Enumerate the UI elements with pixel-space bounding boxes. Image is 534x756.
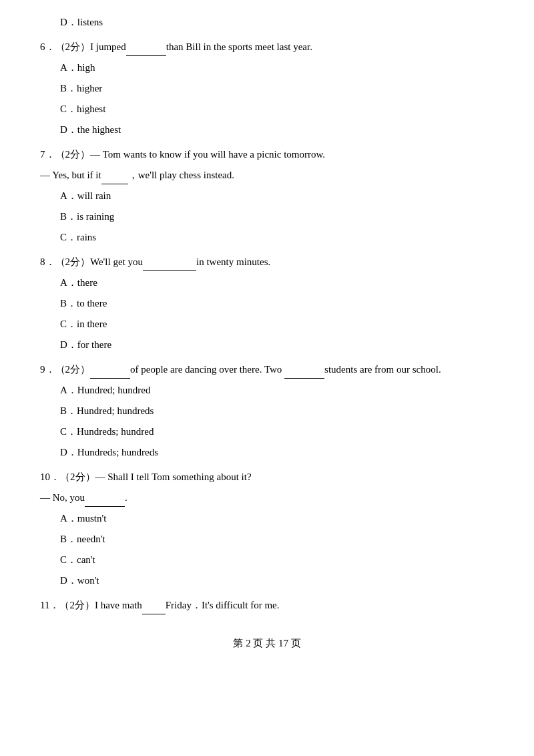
q9-option-b: B．Hundred; hundreds: [60, 402, 494, 420]
q8-stem: 8．（2分）We'll get youin twenty minutes.: [40, 253, 494, 271]
q7-blank: [101, 184, 128, 184]
question-7: 7．（2分）— Tom wants to know if you will ha…: [40, 146, 494, 246]
q9-blank2: [284, 378, 324, 379]
q11-post: Friday．It's difficult for me.: [166, 600, 280, 610]
q7-option-c: C．rains: [60, 228, 494, 246]
q11-stem: 11．（2分）I have mathFriday．It's difficult …: [40, 596, 494, 614]
q7-option-b: B．is raining: [60, 208, 494, 226]
q10-line1: 10．（2分）— Shall I tell Tom something abou…: [40, 468, 494, 486]
q8-option-b: B．to there: [60, 295, 494, 313]
question-8: 8．（2分）We'll get youin twenty minutes. A．…: [40, 253, 494, 354]
q7-option-a: A．will rain: [60, 187, 494, 205]
q9-mid: of people are dancing over there. Two: [130, 364, 282, 375]
q10-blank: [85, 506, 125, 507]
q6-option-a: A．high: [60, 59, 494, 77]
q8-blank: [143, 270, 196, 271]
question-9: 9．（2分）of people are dancing over there. …: [40, 361, 494, 461]
q10-post: .: [125, 492, 127, 503]
q10-option-d: D．won't: [60, 572, 494, 590]
q6-option-b: B．higher: [60, 79, 494, 98]
q9-option-a: A．Hundred; hundred: [60, 381, 494, 399]
q9-option-d: D．Hundreds; hundreds: [60, 443, 494, 461]
question-6: 6．（2分）I jumpedthan Bill in the sports me…: [40, 38, 494, 139]
q8-rest: in twenty minutes.: [196, 256, 270, 267]
q7-line2: — Yes, but if it，we'll play chess instea…: [40, 166, 494, 184]
page-footer: 第 2 页 共 17 页: [40, 634, 494, 652]
q7-rest: ，we'll play chess instead.: [128, 170, 234, 180]
q6-option-d: D．the highest: [60, 121, 494, 139]
q10-option-a: A．mustn't: [60, 510, 494, 528]
question-11: 11．（2分）I have mathFriday．It's difficult …: [40, 596, 494, 614]
q8-option-c: C．in there: [60, 315, 494, 333]
q7-text: — Yes, but if it: [40, 170, 101, 180]
q10-option-b: B．needn't: [60, 530, 494, 548]
q6-rest: than Bill in the sports meet last year.: [166, 41, 312, 52]
q9-blank1: [90, 378, 130, 379]
q8-option-d: D．for there: [60, 336, 494, 354]
q10-text: — No, you: [40, 492, 85, 503]
q9-post: students are from our school.: [324, 364, 441, 375]
q9-stem: 9．（2分）of people are dancing over there. …: [40, 361, 494, 379]
q6-blank: [126, 55, 166, 56]
option-d-q5-text: D．listens: [60, 13, 494, 31]
q8-option-a: A．there: [60, 274, 494, 292]
q7-line1: 7．（2分）— Tom wants to know if you will ha…: [40, 146, 494, 164]
q11-pre: 11．（2分）I have math: [40, 600, 142, 610]
q11-blank: [142, 614, 166, 614]
option-d-q5: D．listens: [40, 13, 494, 31]
q6-stem: 6．（2分）I jumpedthan Bill in the sports me…: [40, 38, 494, 56]
q6-option-c: C．highest: [60, 100, 494, 118]
footer-text: 第 2 页 共 17 页: [233, 638, 300, 648]
question-10: 10．（2分）— Shall I tell Tom something abou…: [40, 468, 494, 590]
q10-option-c: C．can't: [60, 551, 494, 569]
q9-pre: 9．（2分）: [40, 364, 90, 375]
q8-text: 8．（2分）We'll get you: [40, 256, 143, 267]
q9-option-c: C．Hundreds; hundred: [60, 423, 494, 441]
q6-text: 6．（2分）I jumped: [40, 41, 126, 52]
q10-line2: — No, you.: [40, 489, 494, 507]
